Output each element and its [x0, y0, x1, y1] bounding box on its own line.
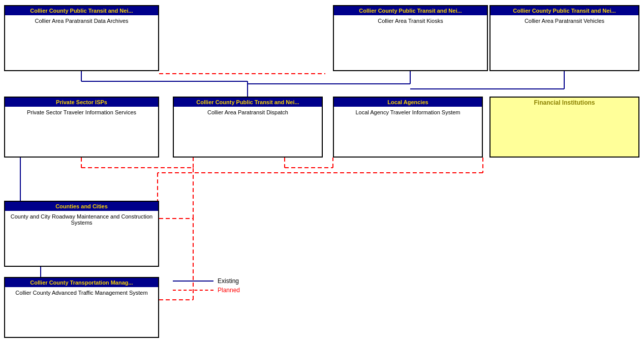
node-local-agencies-body: Local Agency Traveler Information System	[334, 107, 482, 118]
node-counties-cities-body: County and City Roadway Maintenance and …	[5, 211, 158, 228]
legend-planned-label: Planned	[218, 287, 240, 294]
legend-existing-line	[173, 281, 213, 282]
node-transit-kiosks-header: Collier County Public Transit and Nei...	[334, 6, 487, 15]
legend-existing: Existing	[173, 277, 240, 285]
node-counties-cities-header: Counties and Cities	[5, 202, 158, 211]
node-local-agencies-header: Local Agencies	[334, 98, 482, 107]
legend: Existing Planned	[173, 277, 240, 294]
legend-planned-line	[173, 290, 213, 291]
node-transit-kiosks-body: Collier Area Transit Kiosks	[334, 15, 487, 26]
node-paratransit-archives-body: Collier Area Paratransit Data Archives	[5, 15, 158, 26]
node-collier-atms-body: Collier County Advanced Traffic Manageme…	[5, 287, 158, 298]
legend-existing-label: Existing	[218, 277, 239, 285]
node-local-agencies: Local Agencies Local Agency Traveler Inf…	[333, 97, 483, 158]
node-collier-atms: Collier County Transportation Manag... C…	[4, 277, 159, 338]
node-paratransit-vehicles: Collier County Public Transit and Nei...…	[489, 5, 639, 71]
node-paratransit-vehicles-body: Collier Area Paratransit Vehicles	[490, 15, 638, 26]
node-counties-cities: Counties and Cities County and City Road…	[4, 201, 159, 267]
node-paratransit-dispatch: Collier County Public Transit and Nei...…	[173, 97, 323, 158]
node-paratransit-dispatch-header: Collier County Public Transit and Nei...	[174, 98, 322, 107]
node-paratransit-vehicles-header: Collier County Public Transit and Nei...	[490, 6, 638, 15]
node-paratransit-archives: Collier County Public Transit and Nei...…	[4, 5, 159, 71]
node-paratransit-archives-header: Collier County Public Transit and Nei...	[5, 6, 158, 15]
node-private-sector-header: Private Sector ISPs	[5, 98, 158, 107]
node-transit-kiosks: Collier County Public Transit and Nei...…	[333, 5, 488, 71]
diagram-container: Collier County Public Transit and Nei...…	[0, 0, 644, 342]
node-private-sector: Private Sector ISPs Private Sector Trave…	[4, 97, 159, 158]
node-financial: Financial Institutions	[489, 97, 639, 158]
node-financial-body	[490, 108, 638, 148]
legend-planned: Planned	[173, 287, 240, 294]
node-financial-header: Financial Institutions	[490, 98, 638, 108]
node-collier-atms-header: Collier County Transportation Manag...	[5, 278, 158, 287]
node-private-sector-body: Private Sector Traveler Information Serv…	[5, 107, 158, 118]
node-paratransit-dispatch-body: Collier Area Paratransit Dispatch	[174, 107, 322, 118]
